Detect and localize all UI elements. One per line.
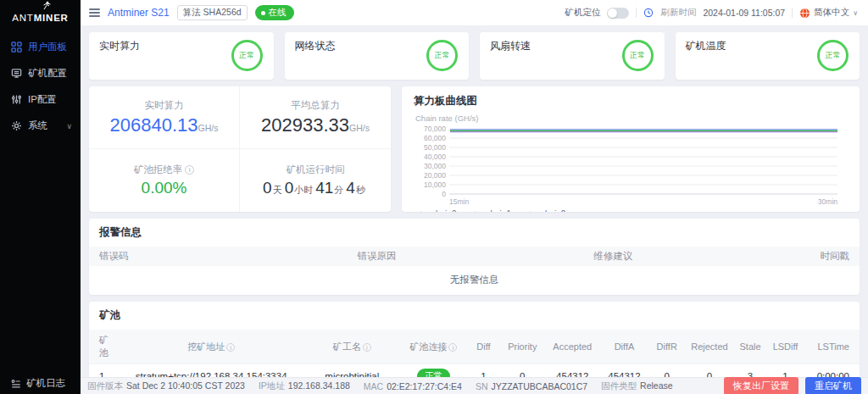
alarm-col-error-code: 错误码 [99,250,264,263]
sidebar: ANTMINER 用户面板 矿机配置 IP配置 系统 ∨ [0,0,81,394]
alarm-empty-text: 无报警信息 [89,266,860,295]
y-tick-labels: 70,000 60,000 50,000 40,000 30,000 20,00… [424,125,446,198]
factory-reset-button[interactable]: 恢复出厂设置 [724,377,798,394]
stat-value: 202933.33GH/s [261,114,370,136]
locate-label: 矿机定位 [565,7,600,19]
legend-marker-icon [523,211,537,213]
stat-value: 0天0小时41分4秒 [263,179,368,197]
col-accepted: Accepted [545,330,601,364]
language-selector[interactable]: 简体中文 ∨ [799,7,858,19]
status-ring-badge: 正常 [231,40,263,71]
pool-status: 正常 [400,364,467,378]
globe-icon [799,8,810,19]
pool-diffa: 454312 [600,364,648,378]
alarm-panel: 报警信息 错误码 错误原因 维修建议 时间戳 无报警信息 [89,219,860,295]
alarm-col-timestamp: 时间戳 [737,250,849,263]
stat-value: 206840.13GH/s [110,114,219,136]
pool-url: stratum+tcp://192.168.34.154:3334 [119,364,304,378]
pools-panel: 矿池 矿池 挖矿地址i 矿工名i 矿池连接i Diff Priority Acc… [89,302,860,377]
chart-y-axis-label: Chain rate (GH/s) [415,114,848,123]
chart-legend: chain0 chain1 chain2 [414,209,848,212]
card-network-status: 网络状态 正常 [285,32,470,80]
x-tick-end: 30min [818,197,837,206]
x-tick-start: 15min [449,197,469,206]
info-icon: i [185,165,194,175]
col-rejected: Rejected [686,330,734,364]
info-icon: i [448,343,457,352]
alarm-table-header: 错误码 错误原因 维修建议 时间戳 [89,247,860,266]
brand-wordmark: ANTMINER [12,13,68,23]
online-label: 在线 [269,7,287,19]
col-lsdiff: LSDiff [767,330,804,364]
reboot-miner-button[interactable]: 重启矿机 [805,377,861,394]
sidebar-item-dashboard[interactable]: 用户面板 [0,34,81,60]
col-pool: 矿池 [89,330,119,364]
card-realtime-hashrate: 实时算力 正常 [89,32,274,80]
model-name-link[interactable]: Antminer S21 [108,7,170,19]
divider [636,8,637,18]
sidebar-item-label: 用户面板 [28,41,67,53]
status-ring-badge: 正常 [817,40,849,71]
miner-config-icon [11,68,22,79]
stats-and-chart-row: 实时算力 206840.13GH/s 平均总算力 202933.33GH/s 矿… [89,86,860,212]
pools-table: 矿池 挖矿地址i 矿工名i 矿池连接i Diff Priority Accept… [89,330,860,377]
status-cards-row: 实时算力 正常 网络状态 正常 风扇转速 正常 矿机温度 正常 [89,32,860,80]
status-ring-badge: 正常 [622,40,654,71]
svg-text:10,000: 10,000 [424,180,446,189]
stat-uptime: 矿机运行时间 0天0小时41分4秒 [240,149,391,212]
pool-accepted: 454312 [545,364,601,378]
legend-marker-icon [468,211,482,213]
sidebar-item-ip-config[interactable]: IP配置 [0,86,81,113]
firmware-version: 固件版本Sat Dec 2 10:40:05 CST 2023 [87,380,245,392]
refresh-time-label: 刷新时间 [660,7,696,19]
footer-bar: 固件版本Sat Dec 2 10:40:05 CST 2023 IP地址192.… [81,377,868,394]
legend-marker-icon [414,211,428,213]
hamburger-menu-icon[interactable] [89,8,100,17]
refresh-clock-icon [643,8,654,18]
svg-text:0: 0 [442,190,446,198]
toggle-knob [608,8,617,18]
pool-stale: 3 [733,364,766,378]
col-stale: Stale [733,330,766,364]
stat-reject-rate: 矿池拒绝率i 0.00% [89,149,240,212]
algorithm-tag: 算法 SHA256d [177,5,248,20]
pool-rejected: 0 [686,364,734,378]
refresh-time-value: 2024-01-09 11:05:07 [703,8,785,18]
divider [792,8,793,18]
language-label: 简体中文 [814,7,849,19]
pool-lstime: 0:00:00 [804,364,860,378]
sidebar-item-miner-config[interactable]: 矿机配置 [0,60,81,86]
pool-worker: microbtinitial [303,364,400,378]
line-chart: 70,000 60,000 50,000 40,000 30,000 20,00… [414,124,842,206]
stat-average-hashrate: 平均总算力 202933.33GH/s [240,86,391,149]
status-pill-ok: 正常 [417,369,450,377]
sidebar-item-label: 矿机配置 [28,67,67,80]
stat-label: 矿池拒绝率i [134,164,195,176]
pool-id: 1 [89,364,119,378]
svg-text:40,000: 40,000 [424,153,446,161]
sidebar-item-label: 系统 [28,119,47,132]
legend-chain2[interactable]: chain2 [523,209,565,212]
col-connection: 矿池连接i [400,330,467,364]
pool-diffr: 0 [648,364,686,378]
legend-chain1[interactable]: chain1 [468,209,510,212]
pools-header-row: 矿池 挖矿地址i 矿工名i 矿池连接i Diff Priority Accept… [89,330,860,364]
antminer-logo: ANTMINER [0,0,81,25]
col-diffr: DiffR [648,330,686,364]
pool-diff: 1 [467,364,500,378]
legend-chain0[interactable]: chain0 [414,209,456,212]
locate-toggle[interactable] [607,8,629,19]
stat-realtime-hashrate: 实时算力 206840.13GH/s [89,86,240,149]
col-lstime: LSTime [804,330,860,364]
sidebar-item-system[interactable]: 系统 ∨ [0,113,81,139]
sidebar-item-miner-log[interactable]: 矿机日志 [0,373,81,394]
info-icon: i [363,343,371,352]
svg-text:70,000: 70,000 [424,125,446,133]
main-content: 实时算力 正常 网络状态 正常 风扇转速 正常 矿机温度 正常 实时算力 206… [81,25,868,377]
svg-text:60,000: 60,000 [424,134,446,142]
chart-title: 算力板曲线图 [414,94,848,108]
ip-address: IP地址192.168.34.188 [259,380,350,392]
top-header: Antminer S21 算法 SHA256d 在线 矿机定位 刷新时间 202… [81,0,868,25]
card-miner-temperature: 矿机温度 正常 [676,32,860,80]
pool-priority: 0 [500,364,544,378]
